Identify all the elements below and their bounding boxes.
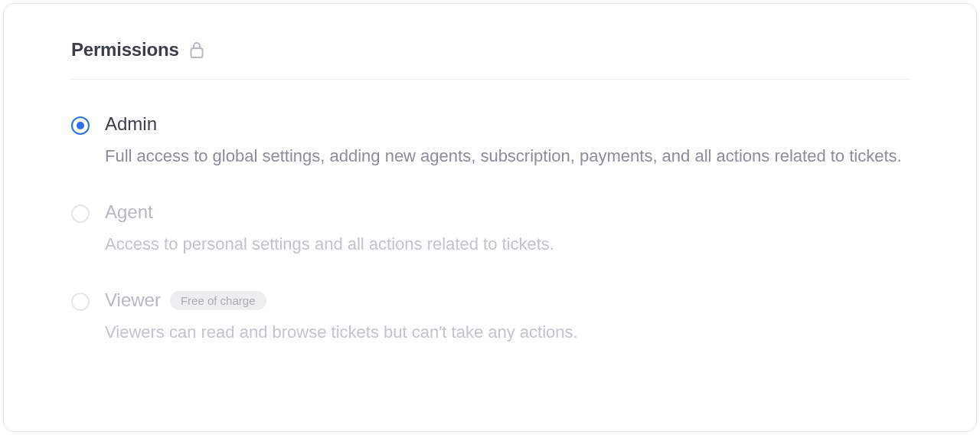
options-list: Admin Full access to global settings, ad… <box>71 113 909 346</box>
section-header: Permissions <box>71 39 909 80</box>
option-label: Agent <box>105 201 153 223</box>
lock-icon <box>190 41 204 58</box>
label-row: Viewer Free of charge <box>105 289 909 311</box>
label-row: Admin <box>105 113 909 135</box>
option-viewer[interactable]: Viewer Free of charge Viewers can read a… <box>71 289 909 345</box>
option-body: Agent Access to personal settings and al… <box>105 201 909 257</box>
option-admin[interactable]: Admin Full access to global settings, ad… <box>71 113 909 169</box>
section-title: Permissions <box>71 39 179 61</box>
permissions-card: Permissions Admin Full access to global … <box>3 3 977 432</box>
radio-viewer[interactable] <box>71 293 90 311</box>
option-description: Viewers can read and browse tickets but … <box>105 319 909 345</box>
svg-rect-0 <box>191 48 202 57</box>
option-label: Admin <box>105 113 157 135</box>
option-label: Viewer <box>105 289 161 311</box>
label-row: Agent <box>105 201 909 223</box>
radio-admin[interactable] <box>71 116 90 135</box>
option-description: Full access to global settings, adding n… <box>105 142 909 169</box>
option-body: Admin Full access to global settings, ad… <box>105 113 909 169</box>
free-badge: Free of charge <box>170 291 266 310</box>
option-description: Access to personal settings and all acti… <box>105 231 909 257</box>
option-agent[interactable]: Agent Access to personal settings and al… <box>71 201 909 257</box>
radio-agent[interactable] <box>71 204 90 223</box>
option-body: Viewer Free of charge Viewers can read a… <box>105 289 909 345</box>
